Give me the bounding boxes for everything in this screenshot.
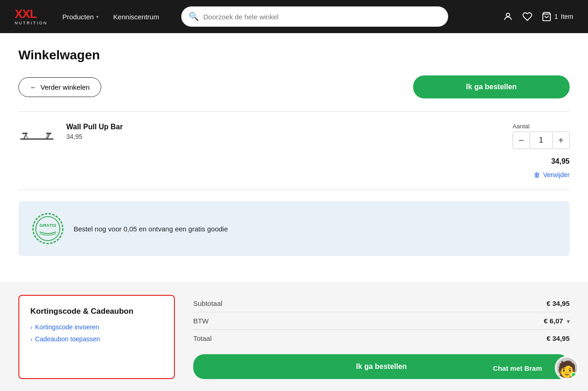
main-content: Winkelwagen ← Verder winkelen Ik ga best… — [0, 33, 588, 282]
search-icon: 🔍 — [189, 12, 199, 22]
svg-point-9 — [33, 214, 63, 244]
gift-card-button[interactable]: › Cadeaubon toepassen — [30, 335, 100, 343]
header-icons: 1 Item — [503, 12, 573, 22]
quantity-value: 1 — [530, 132, 552, 149]
account-icon — [503, 12, 513, 22]
cart-item-price: 34,95 — [66, 133, 457, 140]
svg-point-10 — [36, 217, 60, 241]
remove-item-button[interactable]: 🗑 Verwijder — [534, 171, 570, 178]
action-row: ← Verder winkelen Ik ga bestellen — [18, 75, 570, 98]
wishlist-icon-btn[interactable] — [522, 12, 532, 22]
cart-count: 1 — [554, 13, 558, 20]
cart-item-row: Wall Pull Up Bar 34,95 Aantal − 1 + 34,9… — [18, 111, 570, 190]
coupon-code-button[interactable]: › Kortingscode invoeren — [30, 323, 99, 331]
chat-label: Chat met Bram — [493, 364, 542, 372]
btw-row: BTW € 6,07 ▾ — [193, 312, 570, 329]
logo-nutrition-text: NUTRITION — [15, 21, 48, 25]
chat-widget: Chat met Bram 🧑 — [483, 356, 579, 380]
nav-producten-label: Producten — [63, 13, 94, 21]
quantity-decrease-button[interactable]: − — [513, 132, 530, 149]
trash-icon: 🗑 — [534, 171, 540, 178]
cart-item-details: Wall Pull Up Bar 34,95 — [66, 123, 457, 140]
quantity-increase-button[interactable]: + — [552, 132, 570, 149]
chevron-down-icon: ▾ — [96, 14, 98, 19]
arrow-left-icon: ← — [30, 83, 37, 91]
cart-item-name: Wall Pull Up Bar — [66, 123, 457, 131]
nav-producten[interactable]: Producten ▾ — [63, 13, 98, 21]
chevron-right-icon-2: › — [30, 336, 32, 343]
remove-label: Verwijder — [543, 171, 570, 178]
svg-text:GRATIS: GRATIS — [40, 223, 57, 228]
btw-value: € 6,07 ▾ — [544, 317, 570, 325]
quantity-row: − 1 + — [513, 132, 570, 149]
nav-kenniscentrum[interactable]: Kenniscentrum — [113, 13, 159, 21]
logo[interactable]: XXL NUTRITION — [15, 8, 48, 25]
quantity-label: Aantal — [513, 123, 570, 130]
checkout-top-button[interactable]: Ik ga bestellen — [413, 75, 570, 98]
account-icon-btn[interactable] — [503, 12, 513, 22]
btw-chevron-icon[interactable]: ▾ — [567, 318, 570, 325]
discount-box: Kortingscode & Cadeaubon › Kortingscode … — [18, 295, 175, 379]
nav-kenniscentrum-label: Kenniscentrum — [113, 13, 159, 21]
discount-title: Kortingscode & Cadeaubon — [30, 307, 163, 316]
chat-button[interactable]: Chat met Bram — [483, 358, 552, 379]
logo-xxl-text: XXL — [15, 8, 48, 20]
page-title: Winkelwagen — [18, 48, 570, 63]
quantity-section: Aantal − 1 + — [513, 123, 570, 149]
gratis-badge-svg: GRATIS — [31, 212, 64, 245]
total-row: Totaal € 34,95 — [193, 330, 570, 347]
svg-point-0 — [506, 13, 509, 17]
subtotal-value: € 34,95 — [547, 299, 570, 307]
heart-icon — [522, 12, 532, 22]
cart-item-image — [18, 123, 55, 155]
checkout-top-label: Ik ga bestellen — [466, 83, 517, 91]
total-label: Totaal — [193, 334, 212, 342]
subtotal-label: Subtotaal — [193, 299, 222, 307]
site-header: XXL NUTRITION Producten ▾ Kenniscentrum … — [0, 0, 588, 33]
gratis-badge: GRATIS — [31, 212, 64, 245]
online-status-dot — [571, 372, 576, 378]
coupon-link-label: Kortingscode invoeren — [35, 323, 99, 331]
svg-rect-8 — [46, 132, 51, 134]
product-image-svg — [19, 127, 54, 150]
free-banner-message: Bestel nog voor 0,05 en ontvang een grat… — [74, 225, 228, 233]
free-goodie-banner: GRATIS Bestel nog voor 0,05 en ontvang e… — [18, 201, 570, 256]
cart-item-controls: Aantal − 1 + 34,95 🗑 Verwijder — [468, 123, 570, 178]
total-value: € 34,95 — [547, 334, 570, 342]
chat-avatar: 🧑 — [555, 356, 579, 380]
continue-label: Verder winkelen — [40, 83, 90, 91]
gift-link-label: Cadeaubon toepassen — [35, 335, 100, 343]
cart-icon — [542, 12, 552, 22]
checkout-bottom-label: Ik ga bestellen — [356, 362, 407, 370]
subtotal-row: Subtotaal € 34,95 — [193, 295, 570, 312]
search-input[interactable] — [203, 13, 441, 21]
svg-rect-7 — [22, 132, 27, 134]
btw-amount: € 6,07 — [544, 317, 563, 325]
item-total-price: 34,95 — [551, 157, 570, 166]
search-bar: 🔍 — [181, 6, 448, 27]
cart-icon-btn[interactable]: 1 Item — [542, 12, 573, 22]
cart-item-label: Item — [561, 13, 573, 20]
continue-shopping-button[interactable]: ← Verder winkelen — [18, 77, 101, 97]
chevron-right-icon: › — [30, 324, 32, 331]
btw-label: BTW — [193, 317, 208, 325]
